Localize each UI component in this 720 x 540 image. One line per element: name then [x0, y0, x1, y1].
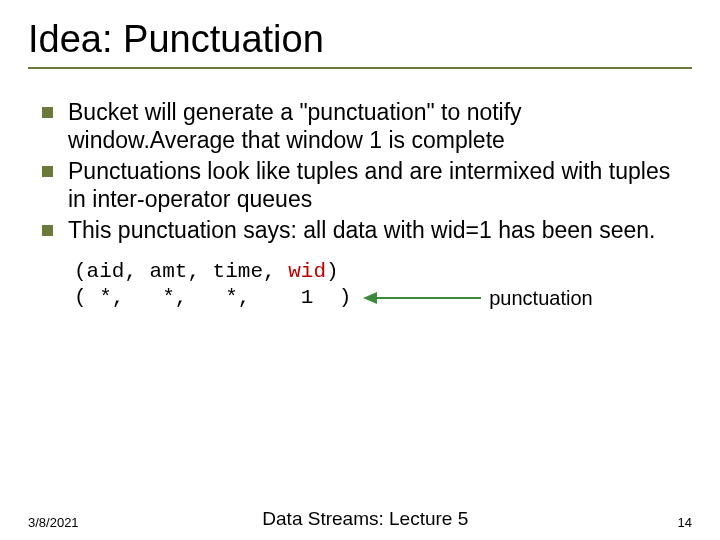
code-header-close: )	[326, 259, 339, 285]
slide-content: Bucket will generate a "punctuation" to …	[28, 99, 692, 311]
annotation-label: punctuation	[489, 286, 592, 311]
bullet-icon	[42, 166, 53, 177]
slide-footer: 3/8/2021 Data Streams: Lecture 5 14	[0, 508, 720, 530]
code-header-wid: wid	[288, 259, 326, 285]
bullet-icon	[42, 225, 53, 236]
footer-page-number: 14	[652, 515, 692, 530]
bullet-item: This punctuation says: all data with wid…	[38, 217, 692, 245]
code-block: (aid, amt, time, wid) ( *, *, *, 1 ) pun…	[74, 259, 692, 312]
footer-date: 3/8/2021	[28, 515, 79, 530]
bullet-item: Punctuations look like tuples and are in…	[38, 158, 692, 213]
slide: Idea: Punctuation Bucket will generate a…	[0, 0, 720, 540]
bullet-list: Bucket will generate a "punctuation" to …	[38, 99, 692, 245]
code-header-part: (aid, amt, time,	[74, 259, 288, 285]
slide-title: Idea: Punctuation	[28, 18, 692, 69]
bullet-text: This punctuation says: all data with wid…	[68, 217, 656, 243]
code-header-row: (aid, amt, time, wid)	[74, 259, 692, 285]
arrow-icon	[363, 289, 483, 307]
bullet-item: Bucket will generate a "punctuation" to …	[38, 99, 692, 154]
bullet-icon	[42, 107, 53, 118]
code-value-row: ( *, *, *, 1 ) punctuation	[74, 285, 692, 311]
code-row-text: ( *, *, *, 1 )	[74, 285, 351, 311]
footer-title: Data Streams: Lecture 5	[79, 508, 652, 530]
svg-marker-1	[363, 292, 377, 304]
bullet-text: Punctuations look like tuples and are in…	[68, 158, 670, 212]
annotation-wrap: punctuation	[363, 286, 592, 311]
bullet-text: Bucket will generate a "punctuation" to …	[68, 99, 522, 153]
